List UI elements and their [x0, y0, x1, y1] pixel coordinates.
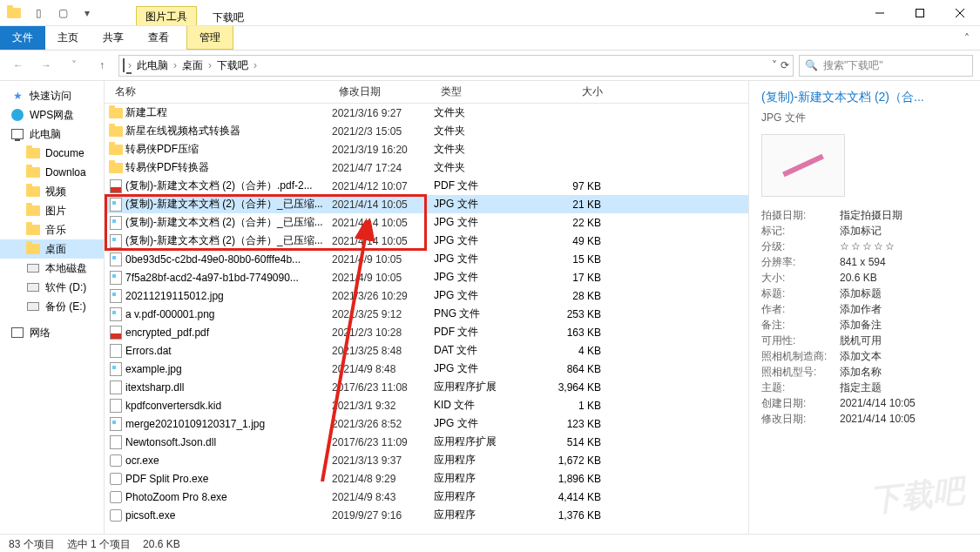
details-prop-value[interactable]: ☆☆☆☆☆ [840, 239, 896, 254]
file-row[interactable]: encrypted_pdf.pdf2021/2/3 10:28PDF 文件163… [105, 323, 748, 341]
details-prop-value[interactable]: 841 x 594 [840, 254, 886, 270]
details-prop-value[interactable]: 指定主题 [840, 380, 882, 395]
details-prop-label: 作者: [761, 301, 831, 317]
nav-item[interactable]: ★快速访问 [0, 86, 104, 105]
file-row[interactable]: 0be93d5c-c2bd-49e0-80b0-60fffe4b...2021/… [105, 250, 748, 268]
details-property[interactable]: 备注:添加备注 [761, 317, 968, 333]
file-row[interactable]: merge20210109120317_1.jpg2021/3/26 8:52J… [105, 414, 748, 433]
details-prop-value[interactable]: 添加备注 [840, 317, 882, 333]
nav-up-button[interactable]: ↑ [91, 54, 113, 77]
nav-item[interactable]: 备份 (E:) [0, 297, 104, 316]
file-row[interactable]: 转易侠PDF转换器2021/4/7 17:24文件夹 [105, 158, 748, 177]
nav-item[interactable]: 音乐 [0, 220, 104, 239]
details-property[interactable]: 可用性:脱机可用 [761, 333, 968, 348]
details-prop-label: 标记: [761, 223, 831, 239]
search-input[interactable]: 🔍 搜索"下载吧" [799, 55, 973, 77]
file-list[interactable]: 新建工程2021/3/16 9:27文件夹新星在线视频格式转换器2021/2/3… [105, 104, 748, 534]
qat-properties[interactable]: ▯ [28, 3, 49, 24]
refresh-button[interactable]: ⟳ [781, 59, 789, 71]
minimize-button[interactable] [860, 0, 900, 25]
close-button[interactable] [940, 0, 980, 25]
details-prop-value[interactable]: 20.6 KB [840, 270, 877, 286]
navigation-pane[interactable]: ★快速访问WPS网盘此电脑DocumeDownloa视频图片音乐桌面本地磁盘软件… [0, 81, 105, 534]
details-property[interactable]: 标记:添加标记 [761, 223, 968, 239]
file-row[interactable]: kpdfconvertersdk.kid2021/3/1 9:32KID 文件1… [105, 396, 748, 414]
file-row[interactable]: (复制)-新建文本文档 (2)（合并）_已压缩...2021/4/14 10:0… [105, 195, 748, 213]
qat-dropdown[interactable]: ▾ [77, 3, 98, 24]
details-property[interactable]: 分级:☆☆☆☆☆ [761, 239, 968, 254]
nav-item[interactable]: Docume [0, 144, 104, 163]
nav-item[interactable]: 桌面 [0, 239, 104, 259]
nav-item[interactable]: Downloa [0, 163, 104, 182]
maximize-button[interactable] [900, 0, 940, 25]
details-prop-value[interactable]: 添加名称 [840, 364, 882, 380]
details-property[interactable]: 创建日期:2021/4/14 10:05 [761, 395, 968, 411]
address-dropdown-button[interactable]: ˅ [772, 59, 777, 71]
details-prop-value[interactable]: 添加文本 [840, 348, 882, 364]
details-prop-value[interactable]: 添加标记 [840, 223, 882, 239]
status-item-count: 83 个项目 [9, 537, 55, 552]
details-prop-value[interactable]: 2021/4/14 10:05 [840, 411, 916, 427]
breadcrumb[interactable]: 此电脑 [135, 58, 170, 73]
file-row[interactable]: ocr.exe2021/3/13 9:37应用程序1,672 KB [105, 451, 748, 469]
folder-icon [26, 167, 40, 178]
ribbon-tab-share[interactable]: 共享 [91, 26, 136, 50]
ribbon-collapse-button[interactable]: ˄ [954, 26, 980, 50]
file-row[interactable]: (复制)-新建文本文档 (2)（合并）_已压缩...2021/4/14 10:0… [105, 232, 748, 250]
details-prop-value[interactable]: 2021/4/14 10:05 [840, 395, 916, 411]
details-property[interactable]: 拍摄日期:指定拍摄日期 [761, 207, 968, 223]
nav-back-button[interactable]: ← [7, 54, 30, 77]
ribbon-tab-view[interactable]: 查看 [136, 26, 181, 50]
details-property[interactable]: 主题:指定主题 [761, 380, 968, 395]
details-prop-value[interactable]: 指定拍摄日期 [840, 207, 902, 223]
details-prop-value[interactable]: 添加标题 [840, 286, 882, 301]
nav-item[interactable]: 本地磁盘 [0, 259, 104, 278]
ribbon-tab-file[interactable]: 文件 [0, 26, 45, 50]
column-header-date[interactable]: 修改日期 [332, 84, 434, 99]
folder-icon [109, 163, 123, 173]
file-row[interactable]: (复制)-新建文本文档 (2)（合并）.pdf-2...2021/4/12 10… [105, 177, 748, 195]
breadcrumb[interactable]: 下载吧 [215, 58, 250, 73]
column-header-name[interactable]: 名称 [108, 84, 332, 99]
file-row[interactable]: PDF Split Pro.exe2021/4/8 9:29应用程序1,896 … [105, 469, 748, 488]
breadcrumb[interactable]: 桌面 [180, 58, 205, 73]
file-name: 转易侠PDF压缩 [125, 142, 332, 157]
nav-forward-button[interactable]: → [35, 54, 57, 77]
ribbon-tab-manage[interactable]: 管理 [186, 26, 233, 50]
nav-item[interactable]: 视频 [0, 182, 104, 201]
nav-item[interactable]: 此电脑 [0, 125, 104, 144]
details-property[interactable]: 分辨率:841 x 594 [761, 254, 968, 270]
file-row[interactable]: itextsharp.dll2017/6/23 11:08应用程序扩展3,964… [105, 378, 748, 396]
file-row[interactable]: example.jpg2021/4/9 8:48JPG 文件864 KB [105, 360, 748, 378]
details-property[interactable]: 照相机型号:添加名称 [761, 364, 968, 380]
file-row[interactable]: 20211219115012.jpg2021/3/26 10:29JPG 文件2… [105, 286, 748, 305]
details-property[interactable]: 大小:20.6 KB [761, 270, 968, 286]
file-row[interactable]: 转易侠PDF压缩2021/3/19 16:20文件夹 [105, 140, 748, 158]
address-bar[interactable]: › 此电脑 › 桌面 › 下载吧 › ˅ ⟳ [118, 55, 794, 77]
details-property[interactable]: 修改日期:2021/4/14 10:05 [761, 411, 968, 427]
details-prop-value[interactable]: 添加作者 [840, 301, 882, 317]
file-row[interactable]: Newtonsoft.Json.dll2017/6/23 11:09应用程序扩展… [105, 433, 748, 451]
file-row[interactable]: (复制)-新建文本文档 (2)（合并）_已压缩...2021/4/14 10:0… [105, 213, 748, 232]
details-property[interactable]: 照相机制造商:添加文本 [761, 348, 968, 364]
column-header-type[interactable]: 类型 [434, 84, 540, 99]
details-prop-value[interactable]: 脱机可用 [840, 333, 882, 348]
file-row[interactable]: 新星在线视频格式转换器2021/2/3 15:05文件夹 [105, 122, 748, 140]
column-header-size[interactable]: 大小 [540, 84, 610, 99]
file-row[interactable]: Errors.dat2021/3/25 8:48DAT 文件4 KB [105, 341, 748, 360]
file-row[interactable]: a v.pdf-000001.png2021/3/25 9:12PNG 文件25… [105, 305, 748, 323]
details-property[interactable]: 标题:添加标题 [761, 286, 968, 301]
details-property[interactable]: 作者:添加作者 [761, 301, 968, 317]
context-tab-picture-tools[interactable]: 图片工具 [136, 6, 197, 25]
file-row[interactable]: 新建工程2021/3/16 9:27文件夹 [105, 104, 748, 122]
nav-item[interactable]: 网络 [0, 323, 104, 342]
file-row[interactable]: picsoft.exe2019/9/27 9:16应用程序1,376 KB [105, 506, 748, 524]
nav-item[interactable]: 软件 (D:) [0, 278, 104, 297]
qat-new-folder[interactable]: ▢ [52, 3, 73, 24]
nav-item[interactable]: 图片 [0, 201, 104, 220]
ribbon-tab-home[interactable]: 主页 [45, 26, 91, 50]
nav-item[interactable]: WPS网盘 [0, 105, 104, 125]
nav-recent-button[interactable]: ˅ [63, 54, 85, 77]
file-row[interactable]: PhotoZoom Pro 8.exe2021/4/9 8:43应用程序4,41… [105, 488, 748, 506]
file-row[interactable]: 7f5a28bf-acd2-4a97-b1bd-7749090...2021/4… [105, 268, 748, 286]
